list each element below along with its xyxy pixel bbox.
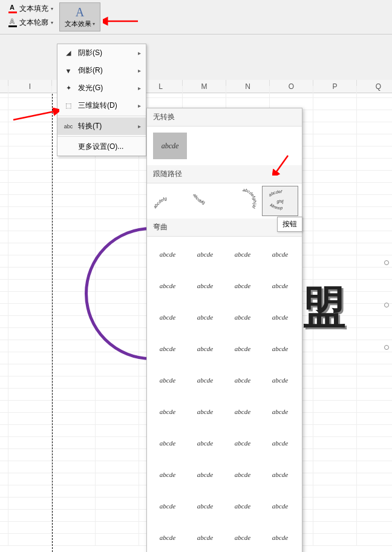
svg-text:abcdefg: abcdefg	[192, 193, 205, 205]
warp-option[interactable]: abcde	[149, 365, 186, 395]
text-effects-icon: A	[76, 5, 84, 19]
menu-label: 发光(G)	[78, 83, 103, 93]
menu-reflection[interactable]: ▼ 倒影(R) ▸	[57, 62, 146, 79]
warp-option[interactable]: abcde	[262, 239, 298, 269]
warp-option[interactable]: abcde	[187, 396, 223, 427]
rotation3d-icon: ⬚	[64, 101, 73, 111]
warp-option[interactable]: abcde	[149, 239, 186, 269]
svg-text:klmnop: klmnop	[270, 203, 283, 211]
no-transform-option[interactable]: abcde	[153, 133, 187, 159]
svg-text:abcdefghijkl: abcdefghijkl	[243, 188, 257, 209]
reflection-icon: ▼	[64, 66, 73, 76]
warp-option[interactable]: abcde	[149, 334, 186, 364]
glow-icon: ✦	[64, 84, 73, 93]
warp-option[interactable]: abcde	[262, 428, 298, 458]
spacer-icon	[64, 142, 73, 152]
dropdown-arrow-icon: ▾	[51, 6, 53, 12]
menu-separator	[57, 116, 146, 116]
text-fill-icon	[8, 5, 17, 13]
warp-option[interactable]: abcde	[262, 271, 298, 301]
warp-option[interactable]: abcde	[262, 365, 298, 395]
warp-option[interactable]: abcde	[224, 491, 261, 521]
submenu-arrow-icon: ▸	[138, 50, 141, 56]
menu-separator	[57, 136, 146, 137]
text-effects-button[interactable]: A 文本效果 ▾	[59, 2, 100, 31]
menu-label: 阴影(S)	[78, 48, 102, 58]
menu-label: 转换(T)	[78, 121, 102, 131]
text-effects-label: 文本效果	[65, 19, 91, 28]
warp-option[interactable]: abcde	[149, 522, 186, 552]
path-button[interactable]: abcdefghijklmnop	[262, 186, 298, 216]
dropdown-arrow-icon: ▾	[93, 21, 95, 27]
menu-transform[interactable]: abc 转换(T) ▸	[57, 117, 146, 135]
menu-label: 更多设置(O)...	[78, 142, 123, 152]
svg-text:abcdefg: abcdefg	[152, 196, 167, 209]
path-arch-down[interactable]: abcdefg	[187, 186, 223, 216]
warp-option[interactable]: abcde	[149, 428, 186, 458]
menu-more-settings[interactable]: 更多设置(O)...	[57, 138, 146, 156]
warp-option[interactable]: abcde	[262, 491, 298, 521]
section-no-transform: 无转换	[147, 108, 302, 126]
warp-option[interactable]: abcde	[224, 459, 261, 490]
path-arch-up[interactable]: abcdefg	[149, 186, 186, 216]
page-break-line	[52, 94, 53, 552]
text-outline-button[interactable]: 文本轮廓 ▾	[5, 16, 57, 29]
menu-glow[interactable]: ✦ 发光(G) ▸	[57, 79, 146, 97]
warp-option[interactable]: abcde	[262, 396, 298, 427]
text-fill-label: 文本填充	[19, 4, 48, 14]
submenu-arrow-icon: ▸	[138, 102, 141, 109]
menu-3d-rotation[interactable]: ⬚ 三维旋转(D) ▸	[57, 97, 146, 114]
text-format-group: 文本填充 ▾ 文本轮廓 ▾	[5, 2, 57, 29]
warp-option[interactable]: abcde	[187, 459, 223, 490]
warp-option[interactable]: abcde	[224, 365, 261, 395]
warp-option[interactable]: abcde	[224, 271, 261, 301]
warp-option[interactable]: abcde	[187, 302, 223, 332]
warp-option[interactable]: abcde	[187, 428, 223, 458]
section-follow-path: 跟随路径	[147, 165, 302, 183]
text-fill-button[interactable]: 文本填充 ▾	[5, 2, 57, 15]
warp-option[interactable]: abcde	[149, 271, 186, 301]
menu-label: 三维旋转(D)	[78, 100, 117, 111]
text-outline-label: 文本轮廓	[19, 18, 48, 28]
ribbon-toolbar: 文本填充 ▾ 文本轮廓 ▾ A 文本效果 ▾	[0, 0, 392, 34]
wordart-character[interactable]: 盟	[302, 278, 346, 337]
svg-text:ghij: ghij	[277, 199, 284, 204]
warp-option[interactable]: abcde	[187, 522, 223, 552]
menu-label: 倒影(R)	[78, 65, 103, 76]
submenu-arrow-icon: ▸	[138, 85, 141, 91]
warp-option[interactable]: abcde	[149, 302, 186, 332]
warp-option[interactable]: abcde	[187, 365, 223, 395]
warp-option[interactable]: abcde	[187, 271, 223, 301]
menu-shadow[interactable]: ◢ 阴影(S) ▸	[57, 44, 146, 62]
warp-option[interactable]: abcde	[224, 239, 261, 269]
selection-handle[interactable]	[384, 303, 389, 307]
shadow-icon: ◢	[64, 48, 73, 58]
warp-option[interactable]: abcde	[262, 522, 298, 552]
warp-option[interactable]: abcde	[187, 491, 223, 521]
warp-option[interactable]: abcde	[262, 302, 298, 332]
warp-option[interactable]: abcde	[187, 334, 223, 364]
warp-option[interactable]: abcde	[224, 396, 261, 427]
warp-option[interactable]: abcde	[224, 522, 261, 552]
text-effects-menu: ◢ 阴影(S) ▸ ▼ 倒影(R) ▸ ✦ 发光(G) ▸ ⬚ 三维旋转(D) …	[57, 44, 146, 156]
warp-option[interactable]: abcde	[224, 428, 261, 458]
svg-text:abcdef: abcdef	[268, 189, 283, 197]
text-outline-icon	[8, 19, 17, 27]
warp-option[interactable]: abcde	[262, 459, 298, 490]
warp-option[interactable]: abcde	[224, 302, 261, 332]
submenu-arrow-icon: ▸	[138, 67, 141, 74]
warp-option[interactable]: abcde	[149, 491, 186, 521]
warp-option[interactable]: abcde	[262, 334, 298, 364]
submenu-arrow-icon: ▸	[138, 123, 141, 130]
tooltip: 按钮	[277, 217, 302, 232]
transform-submenu: 无转换 abcde 跟随路径 abcdefg abcdefg abcdefghi…	[146, 108, 302, 552]
selection-handle[interactable]	[384, 345, 389, 350]
warp-option[interactable]: abcde	[149, 459, 186, 490]
warp-option[interactable]: abcde	[149, 396, 186, 427]
selection-handle[interactable]	[384, 260, 389, 265]
warp-option[interactable]: abcde	[224, 334, 261, 364]
dropdown-arrow-icon: ▾	[51, 20, 53, 25]
transform-icon: abc	[64, 122, 73, 131]
warp-option[interactable]: abcde	[187, 239, 223, 269]
path-circle[interactable]: abcdefghijkl	[224, 186, 261, 216]
